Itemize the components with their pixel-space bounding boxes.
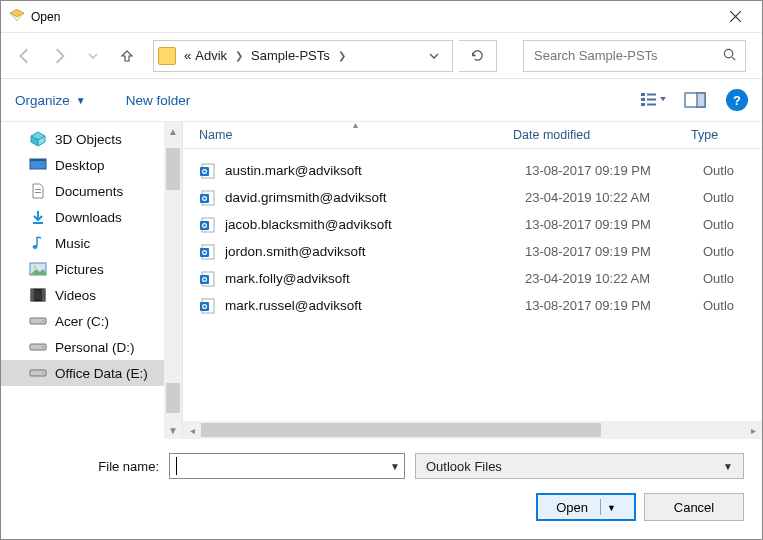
svg-point-25 xyxy=(42,372,44,374)
nav-item[interactable]: 3D Objects xyxy=(1,126,182,152)
file-row[interactable]: austin.mark@adviksoft13-08-2017 09:19 PM… xyxy=(183,157,762,184)
svg-point-41 xyxy=(203,251,206,254)
nav-item-label: Personal (D:) xyxy=(55,340,135,355)
videos-icon xyxy=(29,287,47,303)
drive-icon xyxy=(29,365,47,381)
drive-icon xyxy=(29,339,47,355)
address-dropdown[interactable] xyxy=(422,51,446,61)
nav-item-label: Desktop xyxy=(55,158,105,173)
horizontal-scrollbar[interactable]: ◂ ▸ xyxy=(183,421,762,439)
drive-icon xyxy=(29,313,47,329)
file-date: 23-04-2019 10:22 AM xyxy=(525,190,703,205)
button-row: Open ▼ Cancel xyxy=(19,493,744,521)
dialog-footer: File name: ▼ Outlook Files ▼ Open ▼ Canc… xyxy=(1,439,762,539)
file-name: jacob.blacksmith@adviksoft xyxy=(225,217,525,232)
open-dialog: Open « Advik ❯ Sample-PSTs ❯ Organize xyxy=(0,0,763,540)
recent-dropdown[interactable] xyxy=(79,42,107,70)
new-folder-button[interactable]: New folder xyxy=(126,93,191,108)
up-button[interactable] xyxy=(113,42,141,70)
file-row[interactable]: mark.folly@adviksoft23-04-2019 10:22 AMO… xyxy=(183,265,762,292)
file-name: mark.folly@adviksoft xyxy=(225,271,525,286)
address-bar[interactable]: « Advik ❯ Sample-PSTs ❯ xyxy=(153,40,453,72)
scroll-down-icon[interactable]: ▼ xyxy=(164,421,182,439)
svg-rect-8 xyxy=(697,93,705,107)
filename-combo[interactable]: ▼ xyxy=(169,453,405,479)
svg-point-23 xyxy=(42,346,44,348)
app-icon xyxy=(9,9,25,25)
search-input[interactable] xyxy=(532,47,722,64)
svg-point-21 xyxy=(42,320,44,322)
nav-item[interactable]: Pictures xyxy=(1,256,182,282)
svg-rect-18 xyxy=(31,289,34,301)
breadcrumb-left-chevron[interactable]: « xyxy=(184,48,191,63)
back-button[interactable] xyxy=(11,42,39,70)
close-button[interactable] xyxy=(712,1,758,33)
svg-point-0 xyxy=(724,49,732,57)
navbar: « Advik ❯ Sample-PSTs ❯ xyxy=(1,33,762,79)
download-icon xyxy=(29,209,47,225)
chevron-right-icon: ❯ xyxy=(334,50,350,61)
scroll-thumb[interactable] xyxy=(166,148,180,190)
nav-item[interactable]: Documents xyxy=(1,178,182,204)
search-box[interactable] xyxy=(523,40,746,72)
doc-icon xyxy=(29,183,47,199)
file-type: Outlo xyxy=(703,217,762,232)
breadcrumb-advik[interactable]: Advik xyxy=(195,48,227,63)
column-name[interactable]: Name xyxy=(193,128,513,142)
view-menu[interactable] xyxy=(636,87,670,113)
open-button[interactable]: Open ▼ xyxy=(536,493,636,521)
toolbar: Organize ▼ New folder ? xyxy=(1,79,762,121)
file-type: Outlo xyxy=(703,298,762,313)
file-type: Outlo xyxy=(703,163,762,178)
nav-item-label: Office Data (E:) xyxy=(55,366,148,381)
file-date: 13-08-2017 09:19 PM xyxy=(525,217,703,232)
preview-pane-button[interactable] xyxy=(678,87,712,113)
chevron-down-icon: ▼ xyxy=(607,503,616,513)
scroll-thumb[interactable] xyxy=(201,423,601,437)
file-row[interactable]: jacob.blacksmith@adviksoft13-08-2017 09:… xyxy=(183,211,762,238)
file-row[interactable]: jordon.smith@adviksoft13-08-2017 09:19 P… xyxy=(183,238,762,265)
column-type[interactable]: Type xyxy=(691,128,762,142)
breadcrumb-sample-psts[interactable]: Sample-PSTs xyxy=(251,48,330,63)
chevron-down-icon: ▼ xyxy=(76,95,86,106)
nav-item-label: Pictures xyxy=(55,262,104,277)
svg-rect-12 xyxy=(35,192,41,193)
scroll-left-icon[interactable]: ◂ xyxy=(183,421,201,439)
nav-item[interactable]: Acer (C:) xyxy=(1,308,182,334)
nav-item[interactable]: Personal (D:) xyxy=(1,334,182,360)
file-row[interactable]: david.grimsmith@adviksoft23-04-2019 10:2… xyxy=(183,184,762,211)
svg-rect-11 xyxy=(35,189,41,190)
organize-menu[interactable]: Organize ▼ xyxy=(15,93,86,108)
svg-rect-10 xyxy=(30,159,46,161)
help-button[interactable]: ? xyxy=(726,89,748,111)
file-list: austin.mark@adviksoft13-08-2017 09:19 PM… xyxy=(183,149,762,421)
svg-rect-5 xyxy=(647,99,656,101)
nav-scrollbar[interactable]: ▲ ▼ xyxy=(164,122,182,439)
folder-icon xyxy=(158,47,176,65)
pst-file-icon xyxy=(199,270,217,288)
refresh-button[interactable] xyxy=(459,40,497,72)
nav-item[interactable]: Desktop xyxy=(1,152,182,178)
nav-item[interactable]: Downloads xyxy=(1,204,182,230)
nav-item-label: Videos xyxy=(55,288,96,303)
pst-file-icon xyxy=(199,297,217,315)
cancel-button[interactable]: Cancel xyxy=(644,493,744,521)
filename-row: File name: ▼ Outlook Files ▼ xyxy=(19,453,744,479)
nav-item[interactable]: Office Data (E:) xyxy=(1,360,182,386)
chevron-down-icon: ▼ xyxy=(723,461,733,472)
filetype-filter[interactable]: Outlook Files ▼ xyxy=(415,453,744,479)
scroll-up-icon[interactable]: ▲ xyxy=(164,122,182,140)
scroll-thumb[interactable] xyxy=(166,383,180,413)
scroll-right-icon[interactable]: ▸ xyxy=(744,421,762,439)
column-date[interactable]: Date modified xyxy=(513,128,691,142)
file-name: david.grimsmith@adviksoft xyxy=(225,190,525,205)
svg-point-33 xyxy=(203,197,206,200)
pst-file-icon xyxy=(199,216,217,234)
forward-button[interactable] xyxy=(45,42,73,70)
nav-item[interactable]: Music xyxy=(1,230,182,256)
dialog-body: 3D ObjectsDesktopDocumentsDownloadsMusic… xyxy=(1,121,762,439)
nav-item[interactable]: Videos xyxy=(1,282,182,308)
file-row[interactable]: mark.russel@adviksoft13-08-2017 09:19 PM… xyxy=(183,292,762,319)
file-type: Outlo xyxy=(703,190,762,205)
file-type: Outlo xyxy=(703,271,762,286)
